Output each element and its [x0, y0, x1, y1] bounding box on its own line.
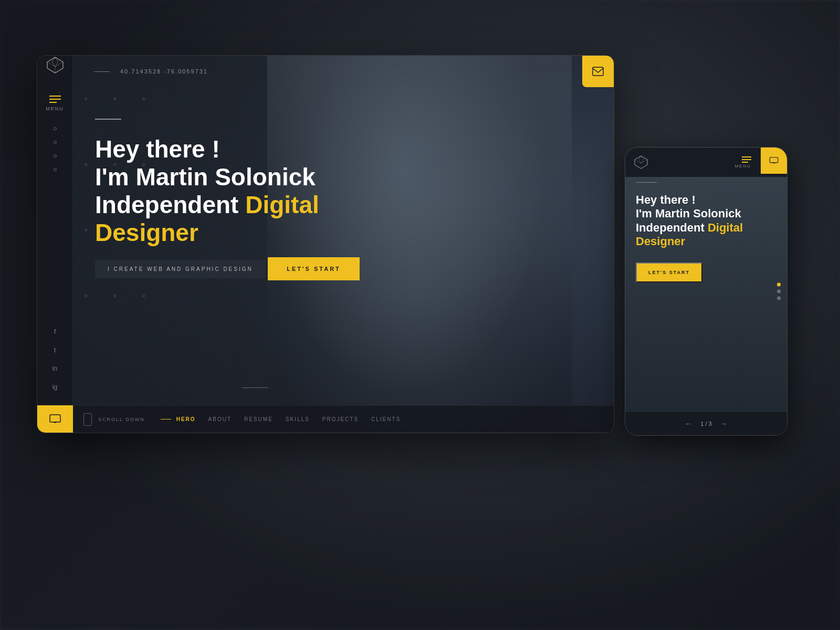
desktop-header: 40.7143528 -76.0059731 — [73, 56, 614, 87]
svg-rect-13 — [770, 158, 778, 163]
twitter-icon[interactable]: t — [54, 346, 56, 354]
mobile-nav-count: 1 / 3 — [700, 421, 711, 427]
mobile-menu-line-2 — [742, 159, 751, 160]
hero-tagline: I CREATE WEB AND GRAPHIC DESIGN — [95, 260, 266, 278]
nav-skills-label: SKILLS — [286, 416, 310, 422]
scroll-down-area: SCROLL DOWN — [83, 413, 145, 426]
svg-rect-8 — [593, 67, 603, 76]
mobile-screen-button[interactable] — [761, 148, 787, 174]
nav-item-projects[interactable]: PROJECTS — [322, 416, 359, 422]
nav-item-about[interactable]: ABOUT — [208, 416, 232, 422]
nav-dots-vertical — [54, 127, 57, 171]
header-line — [94, 71, 110, 72]
email-button[interactable] — [582, 56, 614, 87]
linkedin-icon[interactable]: in — [52, 364, 57, 372]
mobile-dot-2[interactable] — [777, 290, 781, 293]
mobile-dot-active[interactable] — [777, 283, 781, 287]
screen-icon — [49, 414, 61, 424]
hero-decorative-line — [95, 119, 121, 120]
nav-item-skills[interactable]: SKILLS — [286, 416, 310, 422]
svg-line-11 — [635, 160, 641, 163]
left-sidebar: MENU f t in ig — [37, 56, 73, 433]
mobile-menu-label: MENU — [734, 164, 751, 169]
svg-line-3 — [55, 62, 63, 67]
menu-line-2 — [49, 99, 61, 100]
facebook-icon[interactable]: f — [54, 328, 56, 335]
screen-button[interactable] — [37, 405, 73, 433]
mobile-menu-group[interactable]: MENU — [734, 156, 751, 169]
nav-item-hero[interactable]: HERO — [161, 416, 196, 422]
hero-title: Hey there ! I'm Martin Solonick Independ… — [95, 135, 410, 247]
role-prefix: Independent — [95, 191, 245, 218]
social-links: f t in ig — [52, 328, 57, 391]
greeting: Hey there ! — [95, 135, 220, 163]
mobile-menu-line-1 — [742, 156, 751, 158]
nav-hero-label: HERO — [176, 416, 196, 422]
mobile-menu-line-3 — [742, 162, 748, 163]
mobile-mockup: MENU Hey there ! I'm Martin Solonick Ind… — [625, 147, 788, 436]
desktop-mockup: MENU f t in ig — [37, 55, 614, 433]
svg-marker-9 — [635, 156, 647, 169]
coordinates: 40.7143528 -76.0059731 — [120, 68, 593, 75]
mobile-screen-icon — [769, 157, 779, 164]
svg-rect-5 — [50, 415, 60, 422]
mobile-name: I'm Martin Solonick — [636, 207, 741, 220]
mobile-header: MENU — [625, 148, 787, 177]
mobile-menu-lines — [742, 156, 751, 163]
name-line: I'm Martin Solonick — [95, 163, 316, 191]
mobile-bottom-nav: ← 1 / 3 → — [625, 412, 787, 435]
mobile-title: Hey there ! I'm Martin Solonick Independ… — [636, 193, 776, 249]
svg-line-2 — [47, 62, 55, 67]
mobile-dot-3[interactable] — [777, 297, 781, 300]
mobile-prev-arrow[interactable]: ← — [685, 419, 692, 428]
nav-items: HERO ABOUT RESUME SKILLS PROJECTS CLIENT… — [161, 416, 603, 422]
mobile-logo-icon — [634, 155, 648, 170]
menu-label: MENU — [46, 106, 64, 111]
nav-clients-label: CLIENTS — [371, 416, 401, 422]
nav-about-label: ABOUT — [208, 416, 232, 422]
nav-dash — [161, 419, 171, 419]
instagram-icon[interactable]: ig — [52, 383, 57, 391]
nav-dot-1[interactable] — [54, 127, 57, 130]
menu-button[interactable] — [49, 96, 61, 103]
bottom-nav: SCROLL DOWN HERO ABOUT RESUME SKILLS — [73, 405, 614, 433]
scroll-down-label: SCROLL DOWN — [98, 417, 145, 422]
svg-line-12 — [641, 160, 647, 163]
nav-dot-2[interactable] — [54, 141, 57, 144]
nav-dot-3[interactable] — [54, 154, 57, 158]
nav-item-resume[interactable]: RESUME — [244, 416, 273, 422]
mobile-role-prefix: Independent — [636, 221, 708, 234]
mobile-right-dots — [777, 283, 781, 300]
nav-projects-label: PROJECTS — [322, 416, 359, 422]
mobile-next-arrow[interactable]: → — [720, 419, 728, 428]
cta-button[interactable]: LET'S START — [268, 257, 360, 280]
mobile-greeting: Hey there ! — [636, 193, 696, 206]
nav-dot-4[interactable] — [54, 168, 57, 171]
bottom-deco-line — [242, 387, 268, 388]
menu-line-3 — [49, 102, 57, 103]
mobile-hero-content: Hey there ! I'm Martin Solonick Independ… — [625, 183, 787, 293]
email-icon — [592, 67, 604, 76]
nav-resume-label: RESUME — [244, 416, 273, 422]
logo-icon[interactable] — [46, 56, 65, 75]
mobile-cta-button[interactable]: LET'S START — [636, 262, 702, 282]
hero-content: Hey there ! I'm Martin Solonick Independ… — [95, 119, 410, 297]
menu-line-1 — [49, 96, 61, 97]
nav-item-clients[interactable]: CLIENTS — [371, 416, 401, 422]
phone-icon — [83, 413, 92, 426]
